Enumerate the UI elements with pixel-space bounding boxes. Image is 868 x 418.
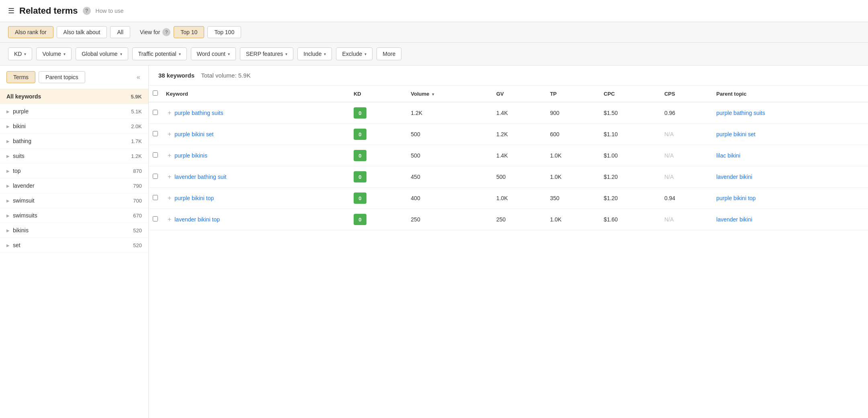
parent-topic-link[interactable]: purple bikini set	[717, 131, 755, 137]
keyword-item-set[interactable]: ▶ set 520	[0, 238, 148, 253]
sidebar-tab-terms[interactable]: Terms	[6, 71, 35, 83]
add-keyword-btn[interactable]: +	[166, 216, 173, 223]
keyword-item-purple[interactable]: ▶ purple 5.1K	[0, 104, 148, 119]
keyword-item-all[interactable]: All keywords 5.9K	[0, 89, 148, 104]
parent-topic-link[interactable]: purple bikini top	[717, 195, 756, 201]
add-keyword-btn[interactable]: +	[166, 152, 173, 159]
th-kd: KD	[350, 86, 407, 102]
th-keyword: Keyword	[162, 86, 350, 102]
filter-include[interactable]: Include ▾	[297, 47, 332, 60]
tab-also-talk-about[interactable]: Also talk about	[57, 26, 107, 38]
row-kd: 0	[350, 166, 407, 188]
row-parent-topic: lavender bikini	[712, 166, 868, 188]
filter-global-volume[interactable]: Global volume ▾	[76, 47, 128, 60]
keyword-link[interactable]: purple bikinis	[174, 152, 207, 159]
keyword-item-swimsuits[interactable]: ▶ swimsuits 670	[0, 208, 148, 223]
results-header: 38 keywords Total volume: 5.9K	[149, 66, 868, 86]
filter-kd[interactable]: KD ▾	[8, 47, 32, 60]
row-checkbox-cell	[149, 145, 162, 166]
keyword-link[interactable]: purple bathing suits	[174, 110, 223, 116]
add-keyword-btn[interactable]: +	[166, 131, 173, 138]
keyword-item-bathing[interactable]: ▶ bathing 1.7K	[0, 134, 148, 149]
filter-exclude[interactable]: Exclude ▾	[336, 47, 373, 60]
filter-serp-features[interactable]: SERP features ▾	[240, 47, 293, 60]
view-top100-btn[interactable]: Top 100	[207, 26, 241, 38]
row-kd: 0	[350, 124, 407, 145]
keyword-item-suits[interactable]: ▶ suits 1.2K	[0, 149, 148, 164]
results-area: 38 keywords Total volume: 5.9K Keyword K…	[149, 66, 868, 418]
th-cps: CPS	[660, 86, 712, 102]
filter-more[interactable]: More	[377, 47, 401, 60]
keyword-arrow-icon: ▶	[6, 228, 10, 233]
row-checkbox[interactable]	[153, 195, 158, 200]
row-checkbox[interactable]	[153, 174, 158, 179]
add-keyword-btn[interactable]: +	[166, 173, 173, 180]
kd-badge: 0	[354, 214, 366, 225]
view-for-help-icon[interactable]: ?	[162, 28, 170, 36]
sidebar-tabs: Terms Parent topics	[6, 71, 85, 83]
how-to-use-link[interactable]: How to use	[96, 8, 124, 14]
add-keyword-btn[interactable]: +	[166, 195, 173, 202]
table-row: + purple bikini top 0 400 1.0K 350 $1.20…	[149, 188, 868, 209]
sidebar-header: Terms Parent topics «	[0, 66, 148, 89]
sidebar-collapse-btn[interactable]: «	[135, 72, 142, 82]
header: ☰ Related terms ? How to use	[0, 0, 868, 22]
keyword-arrow-icon: ▶	[6, 154, 10, 158]
filter-traffic-potential[interactable]: Traffic potential ▾	[132, 47, 187, 60]
filter-word-count[interactable]: Word count ▾	[191, 47, 236, 60]
row-cpc: $1.50	[600, 102, 660, 124]
keyword-arrow-icon: ▶	[6, 169, 10, 173]
table-row: + purple bikinis 0 500 1.4K 1.0K $1.00 N…	[149, 145, 868, 166]
row-parent-topic: purple bikini top	[712, 188, 868, 209]
row-gv: 1.4K	[492, 102, 546, 124]
keyword-link[interactable]: lavender bathing suit	[174, 174, 226, 180]
row-gv: 500	[492, 166, 546, 188]
global-volume-chevron-icon: ▾	[120, 52, 122, 56]
th-select-all	[149, 86, 162, 102]
keyword-item-bikinis[interactable]: ▶ bikinis 520	[0, 223, 148, 238]
keyword-item-top[interactable]: ▶ top 870	[0, 164, 148, 178]
keyword-item-lavender[interactable]: ▶ lavender 790	[0, 178, 148, 193]
traffic-potential-chevron-icon: ▾	[179, 52, 181, 56]
row-checkbox[interactable]	[153, 152, 158, 158]
sidebar-tab-parent-topics[interactable]: Parent topics	[39, 71, 85, 83]
keyword-item-swimsuit[interactable]: ▶ swimsuit 700	[0, 193, 148, 208]
row-gv: 1.0K	[492, 188, 546, 209]
row-gv: 1.4K	[492, 145, 546, 166]
results-summary: 38 keywords Total volume: 5.9K	[158, 72, 251, 79]
row-checkbox[interactable]	[153, 216, 158, 221]
parent-topic-link[interactable]: purple bathing suits	[717, 110, 765, 116]
th-volume[interactable]: Volume ▾	[407, 86, 492, 102]
keyword-item-bikini[interactable]: ▶ bikini 2.0K	[0, 119, 148, 134]
parent-topic-link[interactable]: lavender bikini	[717, 174, 753, 180]
row-gv: 250	[492, 209, 546, 230]
table-body: + purple bathing suits 0 1.2K 1.4K 900 $…	[149, 102, 868, 230]
select-all-checkbox[interactable]	[153, 90, 158, 96]
kd-badge: 0	[354, 193, 366, 204]
tab-also-rank-for[interactable]: Also rank for	[8, 26, 53, 38]
keyword-link[interactable]: purple bikini set	[174, 131, 213, 137]
row-keyword: + lavender bikini top	[162, 209, 350, 230]
row-checkbox[interactable]	[153, 131, 158, 136]
menu-icon[interactable]: ☰	[8, 6, 14, 15]
row-checkbox[interactable]	[153, 110, 158, 115]
add-keyword-btn[interactable]: +	[166, 109, 173, 117]
th-gv: GV	[492, 86, 546, 102]
row-cps: N/A	[660, 145, 712, 166]
row-gv: 1.2K	[492, 124, 546, 145]
row-tp: 1.0K	[546, 145, 600, 166]
row-kd: 0	[350, 209, 407, 230]
parent-topic-link[interactable]: lilac bikini	[717, 152, 741, 159]
view-for-label: View for ?	[140, 28, 170, 36]
kd-badge: 0	[354, 129, 366, 140]
tab-all[interactable]: All	[110, 26, 130, 38]
help-icon[interactable]: ?	[83, 7, 91, 15]
keyword-link[interactable]: lavender bikini top	[174, 216, 220, 223]
filter-volume[interactable]: Volume ▾	[36, 47, 72, 60]
kd-badge: 0	[354, 107, 366, 119]
kd-badge: 0	[354, 171, 366, 182]
row-tp: 600	[546, 124, 600, 145]
parent-topic-link[interactable]: lavender bikini	[717, 216, 753, 223]
view-top10-btn[interactable]: Top 10	[174, 26, 204, 38]
keyword-link[interactable]: purple bikini top	[174, 195, 214, 201]
